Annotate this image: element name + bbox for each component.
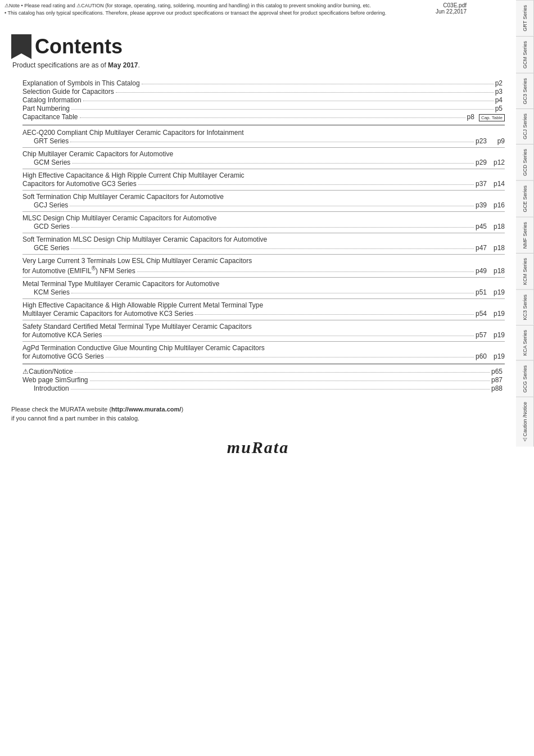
section-high-effective: High Effective Capacitance & High Ripple… — [22, 171, 505, 188]
sidebar-tab-nmf[interactable]: NMF Series — [516, 217, 534, 253]
toc-dots-partnumber — [71, 109, 494, 110]
subtitle: Product specifications are as of May 201… — [12, 61, 505, 69]
toc-item-nfm: for Automotive (EMIFIL®) NFM Series p49 … — [22, 265, 505, 275]
toc-page-kc3: p54 — [476, 310, 487, 318]
toc-item-grt: GRT Series p23 p9 — [22, 137, 505, 145]
toc-dots-grt — [70, 142, 474, 142]
toc-page-gc3: p37 — [476, 180, 487, 188]
section-title-kcm: Metal Terminal Type Multilayer Ceramic C… — [22, 280, 505, 288]
divider-3 — [22, 169, 505, 169]
toc-dots-gce — [71, 248, 474, 249]
sidebar-tab-grt[interactable]: GRT Series — [516, 0, 534, 36]
toc-page2-gcg: p19 — [489, 352, 505, 360]
toc-item-gcd: GCD Series p45 p18 — [22, 223, 505, 230]
section-large-current: Very Large Current 3 Terminals Low ESL C… — [22, 257, 505, 275]
sidebar-tab-gce[interactable]: GCE Series — [516, 180, 534, 217]
sidebar-tab-gcg[interactable]: GCG Series — [516, 360, 534, 397]
toc-title-websimsurfing: Web page SimSurfing — [22, 376, 88, 384]
divider-1 — [22, 125, 505, 125]
toc-page2-kca: p19 — [489, 331, 505, 339]
toc-title-gce: GCE Series — [34, 244, 69, 252]
sidebar-tab-gcm[interactable]: GCM Series — [516, 36, 534, 73]
footer-line2: if you cannot find a part number in this… — [11, 415, 505, 422]
toc-title-gcd: GCD Series — [34, 223, 70, 230]
toc-page-captable: p8 — [467, 113, 474, 121]
toc-item-catalog: Catalog Information p4 — [22, 96, 505, 104]
sidebar-tab-gcj[interactable]: GCJ Series — [516, 108, 534, 144]
toc-container: Explanation of Symbols in This Catalog p… — [22, 79, 505, 392]
toc-dots-introduction — [71, 389, 490, 390]
sidebar-tab-gc3[interactable]: GC3 Series — [516, 73, 534, 109]
divider-11 — [22, 341, 505, 342]
svg-text:muRata: muRata — [227, 438, 289, 456]
toc-item-partnumber: Part Numbering p5 — [22, 105, 505, 112]
murata-logo: muRata — [207, 433, 309, 458]
toc-title-caution: ⚠Caution/Notice — [22, 368, 73, 375]
divider-9 — [22, 298, 505, 299]
toc-title-gcg: for Automotive GCG Series — [22, 352, 104, 360]
sidebar-tab-kca[interactable]: KCA Series — [516, 325, 534, 360]
logo-area: muRata — [11, 433, 505, 460]
toc-dots-gc3 — [138, 184, 474, 185]
toc-title-captable: Capacitance Table — [22, 113, 78, 121]
section-title-gcg-1: AgPd Termination Conductive Glue Mountin… — [22, 344, 505, 352]
section-chip-mlcc: Chip Multilayer Ceramic Capacitors for A… — [22, 150, 505, 166]
divider-4 — [22, 190, 505, 191]
toc-item-explanation: Explanation of Symbols in This Catalog p… — [22, 79, 505, 87]
toc-page-gce: p47 — [476, 244, 487, 252]
toc-item-gce: GCE Series p47 p18 — [22, 244, 505, 252]
toc-page-gcj: p39 — [476, 201, 487, 209]
section-title-nfm-1: Very Large Current 3 Terminals Low ESL C… — [22, 257, 505, 265]
toc-title-partnumber: Part Numbering — [22, 105, 70, 112]
toc-title-kca: for Automotive KCA Series — [22, 331, 102, 339]
toc-title-gc3: Capacitors for Automotive GC3 Series — [22, 180, 137, 188]
toc-page-introduction: p88 — [491, 384, 503, 392]
toc-dots-gcm — [72, 163, 474, 164]
toc-dots-gcd — [71, 227, 474, 228]
sidebar-tab-kc3[interactable]: KC3 Series — [516, 289, 534, 325]
main-content: Contents Product specifications are as o… — [0, 19, 516, 472]
toc-page2-nfm: p18 — [489, 267, 505, 275]
toc-page-kca: p57 — [476, 331, 487, 339]
section-title-gc3-1: High Effective Capacitance & High Ripple… — [22, 171, 505, 179]
sidebar-tab-caution[interactable]: ⚠Caution /Notice — [516, 397, 534, 447]
section-title-gcm: Chip Multilayer Ceramic Capacitors for A… — [22, 150, 505, 158]
toc-title-catalog: Catalog Information — [22, 96, 82, 104]
section-title-aec: AEC-Q200 Compliant Chip Multilayer Ceram… — [22, 129, 505, 137]
toc-page-gcg: p60 — [476, 352, 487, 360]
toc-title-kc3: Multilayer Ceramic Capacitors for Automo… — [22, 310, 193, 318]
section-title-gcj: Soft Termination Chip Multilayer Ceramic… — [22, 193, 505, 201]
toc-dots-gcj — [70, 206, 474, 206]
bookmark-icon — [11, 34, 31, 59]
toc-title-nfm: for Automotive (EMIFIL®) NFM Series — [22, 265, 135, 275]
top-right-info: C03E.pdf Jun 22,2017 — [436, 2, 467, 15]
toc-page-gcd: p45 — [476, 223, 487, 230]
toc-page2-gc3: p14 — [489, 180, 505, 188]
toc-title-gcm: GCM Series — [34, 159, 70, 166]
section-soft-mlsc: Soft Termination MLSC Design Chip Multil… — [22, 236, 505, 252]
toc-page-kcm: p51 — [476, 288, 487, 296]
section-title-gcd: MLSC Design Chip Multilayer Ceramic Capa… — [22, 214, 505, 222]
toc-title-gcj: GCJ Series — [34, 201, 68, 209]
contents-header: Contents — [11, 34, 505, 59]
sidebar-tab-kcm[interactable]: KCM Series — [516, 253, 534, 289]
toc-item-gc3: Capacitors for Automotive GC3 Series p37… — [22, 180, 505, 188]
section-high-allowable: High Effective Capacitance & High Allowa… — [22, 301, 505, 318]
toc-item-gcj: GCJ Series p39 p16 — [22, 201, 505, 209]
toc-page2-gcd: p18 — [489, 223, 505, 230]
toc-page-caution: p65 — [491, 368, 503, 375]
sidebar-tab-gcd[interactable]: GCD Series — [516, 144, 534, 180]
divider-10 — [22, 320, 505, 320]
svg-marker-0 — [11, 34, 31, 59]
toc-page-explanation: p2 — [495, 79, 503, 87]
filename: C03E.pdf — [436, 2, 467, 8]
toc-item-caution: ⚠Caution/Notice p65 — [22, 368, 505, 375]
toc-title-kcm: KCM Series — [34, 288, 70, 296]
divider-5 — [22, 211, 505, 212]
toc-item-kca: for Automotive KCA Series p57 p19 — [22, 331, 505, 339]
section-title-kca-1: Safety Standard Certified Metal Terminal… — [22, 323, 505, 331]
divider-12 — [22, 364, 505, 364]
toc-page-partnumber: p5 — [495, 105, 503, 112]
toc-page2-gcm: p12 — [489, 159, 505, 166]
notice-line2: • This catalog has only typical specific… — [4, 10, 434, 17]
